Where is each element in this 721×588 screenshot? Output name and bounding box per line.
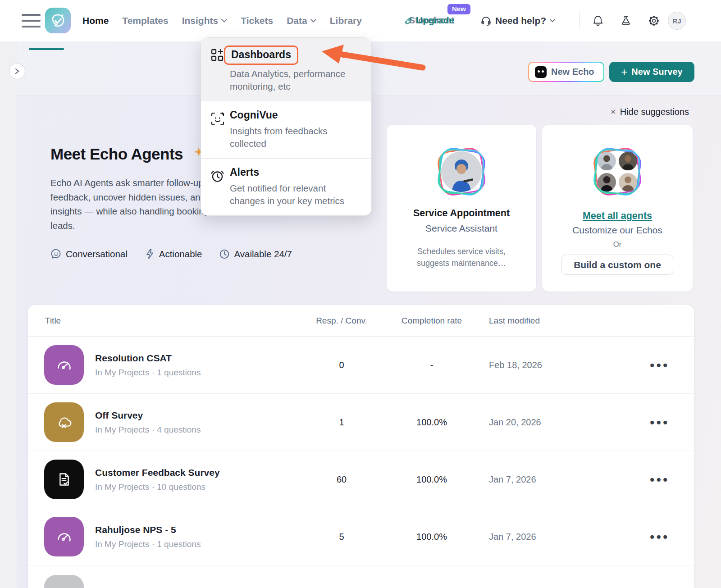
row-menu-icon[interactable]: ●●● (650, 532, 669, 542)
nav-item-tickets[interactable]: Tickets (241, 15, 273, 26)
survey-icon-partial (44, 575, 84, 588)
completion-rate: 100.0% (387, 474, 477, 485)
sparrow-logo-icon (50, 12, 67, 29)
hamburger-menu-icon[interactable] (22, 14, 41, 27)
table-row[interactable]: Off Survey In My Projects · 4 questions … (28, 394, 694, 451)
settings-gear-icon[interactable] (648, 14, 660, 27)
service-card-description: Schedules service visits, suggests maint… (387, 246, 536, 269)
agent-avatar (598, 173, 616, 191)
service-card-subtitle: Service Assistant (387, 223, 536, 234)
hero-title: Meet Echo Agents (50, 145, 183, 163)
nav-item-library[interactable]: Library (330, 15, 362, 26)
table-row[interactable]: Customer Feedback Survey In My Projects … (28, 451, 694, 508)
last-modified: Jan 7, 2026 (477, 474, 603, 485)
gradient-frame (587, 141, 648, 202)
navbar-divider (579, 12, 580, 29)
service-card-title: Service Appointment (387, 208, 536, 219)
agents-card-subtitle: Customize our Echos (542, 225, 693, 236)
survey-title: Resolution CSAT (95, 353, 201, 364)
gauge-icon (44, 517, 84, 556)
dropdown-item-description: Get notified for relevant changes in you… (230, 182, 360, 207)
dropdown-item-alerts[interactable]: Alerts Get notified for relevant changes… (201, 158, 371, 215)
table-row[interactable]: Resolution CSAT In My Projects · 1 quest… (28, 337, 694, 394)
or-text: Or (542, 240, 693, 249)
gauge-icon (44, 345, 84, 385)
last-modified: Jan 20, 2026 (477, 417, 603, 428)
table-row[interactable]: Rahuljose NPS - 5 In My Projects · 1 que… (28, 508, 694, 565)
nav-item-templates[interactable]: Templates (122, 15, 168, 26)
dropdown-item-description: Data Analytics, performance monitoring, … (230, 68, 360, 92)
resp-count: 5 (297, 532, 387, 542)
user-avatar[interactable]: RJ (668, 12, 686, 30)
badge-conversational: Conversational (50, 248, 128, 260)
nav-item-upgrade[interactable]: Upgrade (404, 15, 454, 26)
build-custom-button[interactable]: Build a custom one (561, 255, 673, 275)
chevron-down-icon (310, 19, 316, 23)
col-header-resp: Resp. / Conv. (297, 316, 387, 326)
dropdown-item-dashboards[interactable]: Dashboards Data Analytics, performance m… (201, 38, 371, 101)
table-row-partial (28, 565, 694, 588)
document-check-icon (44, 460, 84, 499)
data-nav-dropdown: Dashboards Data Analytics, performance m… (201, 37, 372, 216)
completion-rate: 100.0% (387, 417, 477, 428)
row-menu-icon[interactable]: ●●● (650, 360, 669, 370)
chevron-down-icon (550, 19, 555, 23)
agent-avatars-grid (598, 152, 637, 191)
dashboards-highlight-box: Dashboards (224, 46, 298, 65)
new-feature-badge: New (447, 4, 470, 14)
chevron-down-icon (221, 19, 227, 23)
new-echo-button[interactable]: New Echo (528, 62, 604, 82)
survey-meta: In My Projects · 1 questions (95, 539, 201, 549)
active-tab-underline (29, 48, 64, 50)
avatar-initials: RJ (672, 17, 681, 25)
nav-item-insights[interactable]: Insights (182, 15, 228, 26)
sidebar-expand-button[interactable] (9, 63, 25, 79)
top-navbar: Home Templates Insights Tickets Data Lib… (0, 0, 721, 41)
nav-item-data[interactable]: Data (287, 15, 316, 26)
agent-avatar (598, 152, 616, 170)
completion-rate: 100.0% (387, 532, 477, 542)
table-header-row: Title Resp. / Conv. Completion rate Last… (28, 305, 694, 337)
completion-rate: - (387, 360, 477, 370)
agent-avatar (619, 173, 637, 191)
row-menu-icon[interactable]: ●●● (650, 417, 669, 427)
smiley-chat-icon (50, 248, 62, 260)
row-menu-icon[interactable]: ●●● (650, 474, 669, 484)
surveys-table: Title Resp. / Conv. Completion rate Last… (28, 305, 694, 588)
badge-actionable: Actionable (145, 248, 202, 260)
survey-title: Off Survey (95, 410, 201, 421)
hide-suggestions-button[interactable]: × Hide suggestions (611, 107, 689, 117)
need-help-menu[interactable]: Need help? (480, 0, 555, 41)
close-icon: × (611, 107, 616, 117)
col-header-title: Title (44, 316, 297, 326)
new-survey-button[interactable]: + New Survey (609, 62, 694, 82)
app-logo[interactable] (45, 8, 71, 33)
dropdown-item-cognivue[interactable]: CogniVue Insights from feedbacks collect… (201, 101, 371, 158)
badge-available: Available 24/7 (219, 249, 292, 260)
meet-all-agents-link[interactable]: Meet all agents (583, 210, 652, 222)
clock-icon (219, 249, 230, 260)
last-modified: Feb 18, 2026 (477, 360, 603, 370)
dropdown-item-description: Insights from feedbacks collected (230, 125, 360, 150)
nav-item-home[interactable]: Home (82, 15, 109, 26)
alarm-clock-icon (210, 169, 225, 183)
service-appointment-card[interactable]: Service Appointment Service Assistant Sc… (387, 125, 536, 292)
robot-icon (535, 66, 547, 78)
meet-agents-card: Meet all agents Customize our Echos Or B… (542, 125, 693, 292)
survey-meta: In My Projects · 4 questions (95, 425, 201, 435)
survey-meta: In My Projects · 10 questions (95, 482, 220, 492)
dashboards-grid-plus-icon (210, 48, 224, 62)
headset-icon (480, 15, 492, 27)
service-agent-photo (441, 151, 482, 192)
col-header-completion: Completion rate (387, 316, 477, 326)
primary-nav: Home Templates Insights Tickets Data Lib… (82, 0, 362, 41)
chevron-right-icon (14, 68, 20, 74)
cognivue-scan-icon (210, 111, 225, 127)
survey-meta: In My Projects · 1 questions (95, 368, 201, 378)
agent-avatar (619, 152, 637, 170)
last-modified: Jan 7, 2026 (477, 532, 603, 542)
survey-title: Customer Feedback Survey (95, 467, 220, 478)
col-header-modified: Last modified (477, 316, 603, 326)
lab-flask-icon[interactable] (620, 14, 632, 27)
notifications-bell-icon[interactable] (592, 14, 604, 27)
